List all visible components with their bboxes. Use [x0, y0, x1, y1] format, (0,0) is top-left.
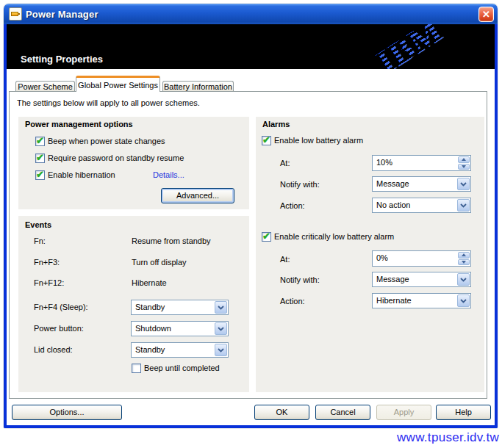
critical-at-label: At:	[280, 255, 290, 264]
low-action-value: No action	[376, 200, 410, 209]
enable-critical-alarm-label: Enable critically low battery alarm	[274, 232, 394, 241]
cancel-button[interactable]: Cancel	[315, 405, 370, 420]
critical-action-select[interactable]: Hibernate	[372, 293, 471, 308]
enable-low-battery-alarm-checkbox[interactable]: ✔	[262, 136, 271, 145]
tab-power-scheme[interactable]: Power Scheme	[15, 81, 75, 92]
alarms-title: Alarms	[262, 120, 290, 129]
spinner-buttons	[458, 252, 470, 265]
ibm-logo-stripes	[361, 24, 459, 69]
battery-icon	[11, 12, 18, 16]
beep-until-completed-label: Beep until completed	[144, 364, 220, 372]
window-body: Setting Properties IBM Power Scheme Glob…	[4, 24, 498, 428]
fn-f4-sleep-label: Fn+F4 (Sleep):	[34, 303, 88, 311]
low-notify-select[interactable]: Message	[372, 176, 471, 192]
beep-power-state-checkbox[interactable]: ✔	[35, 137, 45, 146]
details-link[interactable]: Details...	[153, 170, 184, 179]
spin-down-icon[interactable]	[458, 259, 470, 266]
critical-action-label: Action:	[280, 297, 305, 306]
title-bar[interactable]: Power Manager ✕	[4, 4, 498, 24]
header-banner: Setting Properties IBM	[7, 24, 495, 69]
beep-power-state-label: Beep when power state changes	[48, 137, 165, 145]
chevron-down-icon[interactable]	[215, 301, 227, 314]
low-notify-value: Message	[376, 179, 409, 188]
screenshot-root: Power Manager ✕ Setting Properties IBM P…	[0, 0, 502, 448]
enable-critical-alarm-checkbox[interactable]: ✔	[262, 232, 271, 242]
lid-closed-value: Standby	[135, 345, 165, 354]
require-password-checkbox[interactable]: ✔	[35, 153, 45, 163]
enable-hibernation-checkbox[interactable]: ✔	[35, 170, 45, 180]
fn-f12-value: Hibernate	[132, 278, 167, 287]
low-notify-label: Notify with:	[280, 180, 320, 189]
close-button[interactable]: ✕	[478, 7, 494, 22]
check-icon: ✔	[262, 134, 270, 145]
critical-at-value: 0%	[376, 253, 388, 262]
spin-down-icon[interactable]	[458, 164, 470, 170]
apply-button: Apply	[376, 405, 431, 420]
enable-low-battery-alarm-label: Enable low battery alarm	[274, 136, 363, 145]
fn-f3-value: Turn off display	[132, 258, 187, 267]
fn-f12-label: Fn+F12:	[34, 278, 64, 287]
watermark: www.tpuser.idv.tw	[397, 430, 499, 445]
low-at-value: 10%	[376, 158, 392, 167]
fn-label: Fn:	[34, 236, 46, 245]
chevron-down-icon[interactable]	[457, 273, 470, 286]
chevron-down-icon[interactable]	[457, 295, 470, 307]
intro-text: The settings below will apply to all pow…	[17, 98, 200, 107]
power-button-select[interactable]: Shutdown	[131, 321, 229, 336]
tab-battery-information[interactable]: Battery Information	[162, 81, 234, 92]
banner-title: Setting Properties	[21, 54, 103, 65]
power-management-options-title: Power management options	[25, 120, 133, 129]
advanced-button[interactable]: Advanced...	[161, 188, 234, 203]
power-button-value: Shutdown	[135, 324, 171, 333]
battery-app-icon	[9, 7, 22, 21]
require-password-label: Require password on standby resume	[48, 153, 184, 162]
chevron-down-icon[interactable]	[215, 344, 227, 356]
fn-f4-sleep-value: Standby	[135, 303, 165, 311]
window-title: Power Manager	[26, 9, 98, 20]
power-button-label: Power button:	[34, 324, 84, 333]
critical-notify-label: Notify with:	[280, 275, 320, 284]
low-action-select[interactable]: No action	[372, 198, 471, 213]
battery-icon-tip	[18, 13, 20, 15]
spin-up-icon[interactable]	[458, 156, 470, 163]
low-at-label: At:	[280, 159, 290, 167]
critical-at-spinner[interactable]: 0%	[372, 250, 471, 267]
tab-global-power-settings[interactable]: Global Power Settings	[76, 76, 160, 92]
check-icon: ✔	[36, 169, 44, 180]
ok-button[interactable]: OK	[254, 405, 309, 420]
beep-until-completed-checkbox[interactable]	[132, 364, 141, 373]
chevron-down-icon[interactable]	[215, 322, 227, 335]
options-button[interactable]: Options...	[12, 405, 122, 420]
critical-notify-select[interactable]: Message	[372, 272, 471, 287]
fn-f3-label: Fn+F3:	[34, 258, 60, 267]
low-action-label: Action:	[280, 201, 305, 210]
critical-action-value: Hibernate	[376, 296, 412, 305]
tab-page: The settings below will apply to all pow…	[9, 91, 487, 399]
power-management-options-panel: Power management options ✔ Beep when pow…	[18, 117, 249, 209]
chevron-down-icon[interactable]	[457, 199, 470, 212]
events-title: Events	[25, 220, 51, 229]
close-icon: ✕	[482, 9, 490, 20]
enable-hibernation-label: Enable hibernation	[48, 170, 115, 179]
ibm-logo: IBM	[361, 24, 459, 69]
power-manager-window: Power Manager ✕ Setting Properties IBM P…	[4, 4, 498, 428]
help-button[interactable]: Help	[436, 405, 491, 420]
check-icon: ✔	[262, 231, 270, 242]
chevron-down-icon[interactable]	[457, 178, 470, 190]
events-panel: Events Fn: Resume from standby Fn+F3: Tu…	[18, 216, 249, 392]
critical-notify-value: Message	[376, 275, 409, 283]
check-icon: ✔	[36, 152, 44, 163]
fn-f4-sleep-select[interactable]: Standby	[131, 300, 229, 315]
spinner-buttons	[458, 156, 470, 170]
fn-value: Resume from standby	[132, 236, 211, 245]
check-icon: ✔	[36, 135, 44, 146]
alarms-panel: Alarms ✔ Enable low battery alarm At: 10…	[256, 117, 484, 392]
lid-closed-select[interactable]: Standby	[131, 342, 229, 358]
low-at-spinner[interactable]: 10%	[372, 155, 471, 171]
lid-closed-label: Lid closed:	[34, 345, 73, 354]
spin-up-icon[interactable]	[458, 252, 470, 259]
